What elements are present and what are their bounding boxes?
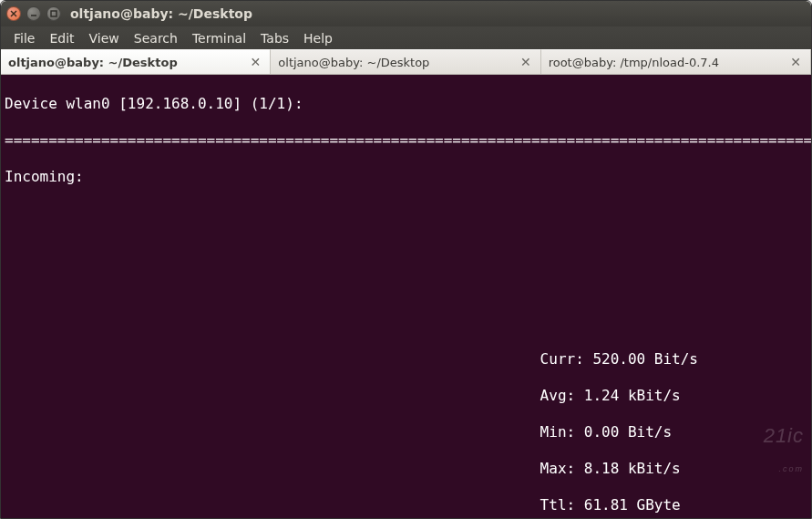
- incoming-curr: Curr: 520.00 Bit/s: [5, 350, 807, 368]
- maximize-icon[interactable]: [46, 6, 61, 21]
- menu-search[interactable]: Search: [127, 28, 185, 48]
- window-title: oltjano@baby: ~/Desktop: [70, 6, 252, 21]
- incoming-max: Max: 8.18 kBit/s: [5, 460, 807, 478]
- tab-2[interactable]: oltjano@baby: ~/Desktop ✕: [271, 49, 540, 74]
- svg-rect-3: [51, 11, 57, 16]
- close-icon[interactable]: ✕: [519, 55, 533, 69]
- device-line: Device wlan0 [192.168.0.10] (1/1):: [5, 95, 807, 113]
- menu-help[interactable]: Help: [296, 28, 340, 48]
- incoming-min: Min: 0.00 Bit/s: [5, 423, 807, 441]
- menu-view[interactable]: View: [82, 28, 127, 48]
- tab-label: oltjano@baby: ~/Desktop: [278, 56, 513, 69]
- close-icon[interactable]: ✕: [249, 55, 263, 69]
- tab-label: root@baby: /tmp/nload-0.7.4: [549, 56, 784, 69]
- blank-line: [5, 314, 807, 332]
- blank-line: [5, 204, 807, 223]
- close-icon[interactable]: [6, 6, 21, 21]
- incoming-ttl: Ttl: 61.81 GByte: [5, 496, 807, 514]
- window-controls: [6, 6, 61, 21]
- incoming-avg: Avg: 1.24 kBit/s: [5, 387, 807, 405]
- tab-1[interactable]: oltjano@baby: ~/Desktop ✕: [1, 49, 271, 74]
- menu-tabs[interactable]: Tabs: [253, 28, 296, 48]
- minimize-icon[interactable]: [26, 6, 41, 21]
- tab-label: oltjano@baby: ~/Desktop: [8, 56, 243, 69]
- incoming-label: Incoming:: [5, 168, 807, 186]
- menu-edit[interactable]: Edit: [42, 28, 81, 48]
- terminal-output[interactable]: Device wlan0 [192.168.0.10] (1/1): =====…: [1, 75, 811, 519]
- blank-line: [5, 277, 807, 296]
- blank-line: [5, 241, 807, 259]
- separator-line: ========================================…: [5, 131, 807, 150]
- menubar: File Edit View Search Terminal Tabs Help: [1, 26, 811, 49]
- close-icon[interactable]: ✕: [788, 55, 803, 69]
- menu-file[interactable]: File: [6, 28, 42, 48]
- tab-3[interactable]: root@baby: /tmp/nload-0.7.4 ✕: [541, 49, 811, 74]
- titlebar: oltjano@baby: ~/Desktop: [1, 1, 811, 26]
- tabbar: oltjano@baby: ~/Desktop ✕ oltjano@baby: …: [1, 49, 811, 75]
- menu-terminal[interactable]: Terminal: [185, 28, 253, 48]
